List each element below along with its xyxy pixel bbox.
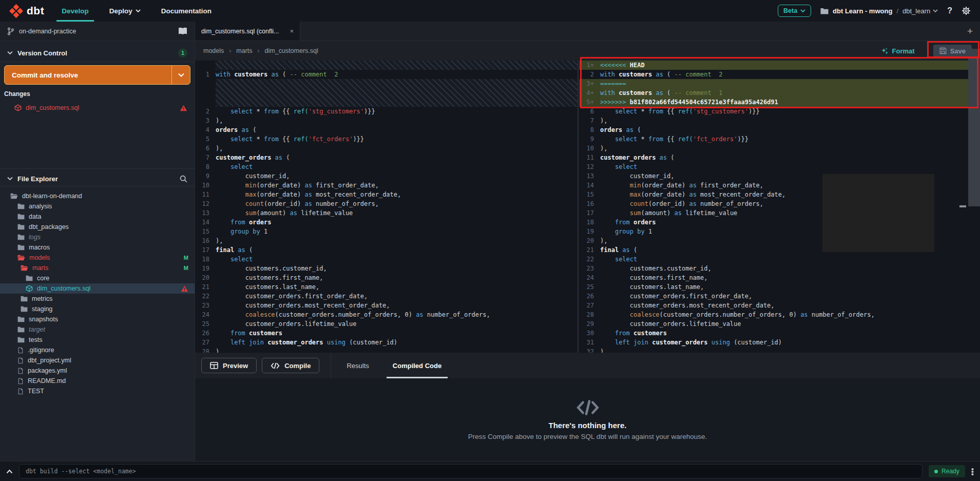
tree-item-label: packages.yml [28,367,67,374]
tree-item-metrics[interactable]: metrics [0,294,195,304]
tab-dim-customers[interactable]: dim_customers.sql (confli... × [195,22,300,41]
search-icon[interactable] [180,175,187,183]
line-number: 28 [195,347,216,353]
tree-item-label: marts [32,264,48,272]
tree-item-dim_customers.sql[interactable]: dim_customers.sql [0,283,195,294]
tree-item-TEST[interactable]: TEST [0,386,195,396]
tree-item-analysis[interactable]: analysis [0,201,195,211]
tree-item-models[interactable]: modelsM [0,253,195,263]
chevron-up-icon[interactable] [6,469,13,474]
preview-button[interactable]: Preview [201,358,257,373]
editor-pane-current[interactable]: 1with customers as ( -- comment 22 selec… [195,61,579,353]
tree-item-target[interactable]: target [0,324,195,335]
tree-item-label: snapshots [29,316,58,323]
file-icon [17,368,24,374]
line-number: 5+ [580,98,600,107]
tree-item-data[interactable]: data [0,211,195,222]
breadcrumb-separator: › [258,47,260,54]
breadcrumb-separator: › [229,47,231,54]
tree-item-macros[interactable]: macros [0,242,195,253]
folder-icon [17,203,25,209]
tree-item-label: data [29,213,41,220]
line-number: 10 [195,181,216,190]
line-number: 26 [195,329,216,338]
folder-icon [17,326,25,333]
commit-and-resolve-button[interactable]: Commit and resolve [4,65,190,85]
kebab-menu-icon[interactable]: ••• [971,468,974,475]
code-line: 16), [195,236,578,245]
dbt-logo[interactable]: dbt [9,4,44,18]
code-line: 28 coalesce(customer_orders.number_of_or… [580,310,980,319]
line-number: 24 [195,310,216,319]
code-line: 9 customer_id, [195,171,578,181]
branch-name[interactable]: on-demand-practice [19,28,76,35]
code-line: 9 select * from {{ ref('fct_orders')}} [580,134,980,144]
tree-item-core[interactable]: core [0,273,195,283]
changed-file-name: dim_customers.sql [26,104,79,111]
line-number: 4+ [580,88,600,98]
line-number: 5 [195,134,216,144]
tree-item-README.md[interactable]: README.md [0,376,195,386]
code-line: 7), [580,116,980,125]
tree-item-marts[interactable]: martsM [0,263,195,273]
nav-documentation[interactable]: Documentation [161,0,212,22]
nav-deploy[interactable]: Deploy [109,0,141,22]
line-number: 1+ [580,61,600,70]
dbt-logo-text: dbt [27,5,44,17]
code-line: 27 customer_orders.most_recent_order_dat… [580,301,980,310]
save-button[interactable]: Save [933,45,972,57]
help-icon[interactable]: ? [947,6,952,15]
nav-develop[interactable]: Develop [62,0,89,22]
project-name[interactable]: dbt Learn - mwong [833,7,892,15]
code-line: 23 customer_orders.most_recent_order_dat… [195,301,578,310]
line-number: 16 [580,199,600,208]
folder-icon [17,337,25,343]
tree-item-logs[interactable]: logs [0,232,195,242]
code-line: 17final as ( [195,245,578,255]
changed-file-row[interactable]: dim_customers.sql [0,103,195,113]
sparkle-icon [881,47,889,55]
new-tab-button[interactable]: + [960,26,980,37]
bottom-panel: Preview Compile Results Compiled Code Th… [195,353,980,461]
compile-button[interactable]: Compile [262,358,319,373]
environment-dropdown[interactable]: dbt_learn [902,7,938,15]
folder-icon [17,316,25,322]
breadcrumb-file[interactable]: dim_customers.sql [265,47,318,54]
tree-item-label: metrics [32,295,52,302]
breadcrumb-marts[interactable]: marts [236,47,252,54]
tree-item-packages.yml[interactable]: packages.yml [0,365,195,376]
beta-dropdown[interactable]: Beta [778,5,811,17]
editor-scrollbar-thumb[interactable] [968,49,980,206]
code-line: 13 sum(amount) as lifetime_value [195,208,578,218]
tree-item-snapshots[interactable]: snapshots [0,314,195,324]
folder-icon [17,214,25,220]
docs-book-icon[interactable] [178,27,187,35]
file-icon [17,357,24,364]
folder-icon [21,296,28,302]
breadcrumb-models[interactable]: models [203,47,224,54]
close-icon[interactable]: × [290,27,294,35]
tab-results[interactable]: Results [338,353,377,378]
tree-item-staging[interactable]: staging [0,304,195,314]
line-number: 11 [580,153,600,162]
model-cube-icon [26,285,33,292]
code-line: 24 coalesce(customer_orders.number_of_or… [195,310,578,319]
version-control-header[interactable]: Version Control 1 [0,46,195,60]
code-line: 20 customers.first_name, [195,273,578,282]
tree-item-dbt_project.yml[interactable]: dbt_project.yml [0,355,195,365]
gear-icon[interactable] [962,6,971,15]
commit-options-caret[interactable] [171,66,190,84]
tree-item-.gitignore[interactable]: .gitignore [0,345,195,355]
format-button[interactable]: Format [881,47,915,55]
command-input[interactable] [19,464,923,478]
tree-item-label: TEST [28,388,44,395]
tree-item-tests[interactable]: tests [0,335,195,345]
folder-icon [17,224,25,230]
file-explorer-header[interactable]: File Explorer [0,172,195,185]
tree-item-dbt-learn-on-demand[interactable]: dbt-learn-on-demand [0,191,195,201]
tab-compiled-code[interactable]: Compiled Code [385,353,450,378]
status-badge[interactable]: Ready [929,465,965,477]
tree-item-dbt_packages[interactable]: dbt_packages [0,222,195,232]
tree-item-label: macros [29,244,50,251]
line-number: 11 [195,190,216,199]
